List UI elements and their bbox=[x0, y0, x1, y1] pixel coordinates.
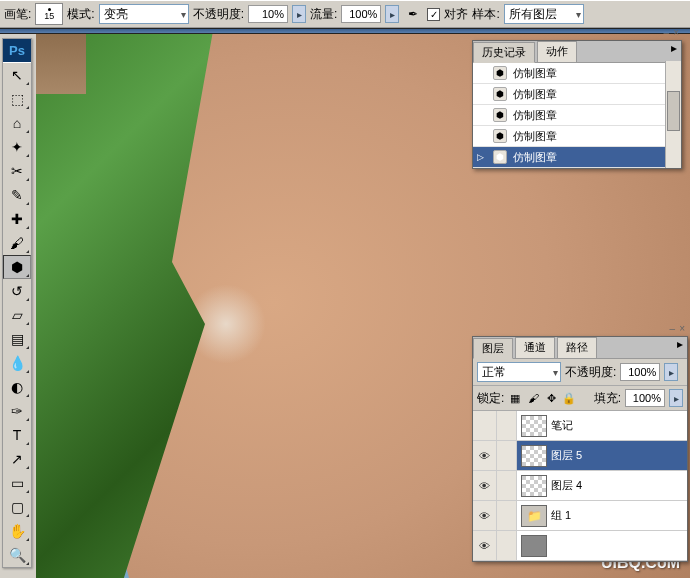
link-column[interactable] bbox=[497, 411, 517, 440]
layer-opacity-input[interactable]: 100% bbox=[620, 363, 660, 381]
brush-tool[interactable]: 🖌 bbox=[3, 231, 31, 255]
crop-tool[interactable]: ✂ bbox=[3, 159, 31, 183]
history-item[interactable]: ⬢仿制图章 bbox=[473, 105, 681, 126]
fill-input[interactable]: 100% bbox=[625, 389, 665, 407]
shape-tool[interactable]: ▭ bbox=[3, 471, 31, 495]
panel-menu-icon[interactable]: ▸ bbox=[667, 41, 681, 62]
panel-menu-icon[interactable]: ▸ bbox=[673, 337, 687, 358]
fill-label: 填充: bbox=[594, 390, 621, 407]
tab-actions[interactable]: 动作 bbox=[537, 41, 577, 62]
layers-lock-row: 锁定: ▦ 🖌 ✥ 🔒 填充: 100% ▸ bbox=[473, 386, 687, 411]
blur-tool[interactable]: 💧 bbox=[3, 351, 31, 375]
tab-layers[interactable]: 图层 bbox=[473, 338, 513, 359]
sample-dropdown[interactable]: 所有图层 bbox=[504, 4, 584, 24]
layer-thumbnail[interactable]: 📁 bbox=[521, 505, 547, 527]
fill-flyout-icon[interactable]: ▸ bbox=[669, 389, 683, 407]
layer-thumbnail[interactable] bbox=[521, 535, 547, 557]
lock-pixels-icon[interactable]: 🖌 bbox=[526, 391, 540, 405]
visibility-toggle[interactable] bbox=[473, 411, 497, 440]
healing-tool[interactable]: ✚ bbox=[3, 207, 31, 231]
history-item[interactable]: ▷⬢仿制图章 bbox=[473, 147, 681, 168]
layer-thumbnail[interactable] bbox=[521, 475, 547, 497]
visibility-eye-icon[interactable] bbox=[479, 450, 490, 462]
lock-transparency-icon[interactable]: ▦ bbox=[508, 391, 522, 405]
pen-tool[interactable]: ✑ bbox=[3, 399, 31, 423]
wand-tool[interactable]: ✦ bbox=[3, 135, 31, 159]
visibility-toggle[interactable] bbox=[473, 441, 497, 470]
blend-mode-dropdown[interactable]: 正常 bbox=[477, 362, 561, 382]
tab-history[interactable]: 历史记录 bbox=[473, 42, 535, 63]
layer-opacity-flyout-icon[interactable]: ▸ bbox=[664, 363, 678, 381]
flow-flyout-icon[interactable]: ▸ bbox=[385, 5, 399, 23]
history-item[interactable]: ⬢仿制图章 bbox=[473, 126, 681, 147]
opacity-flyout-icon[interactable]: ▸ bbox=[292, 5, 306, 23]
brush-preview[interactable]: 15 bbox=[35, 3, 63, 25]
visibility-toggle[interactable] bbox=[473, 501, 497, 530]
layers-panel-tabs: –× 图层 通道 路径 ▸ bbox=[473, 337, 687, 359]
history-item-label: 仿制图章 bbox=[513, 129, 557, 144]
move-tool[interactable]: ↖ bbox=[3, 63, 31, 87]
history-item[interactable]: ⬢仿制图章 bbox=[473, 63, 681, 84]
link-column[interactable] bbox=[497, 531, 517, 560]
zoom-tool[interactable]: 🔍 bbox=[3, 543, 31, 567]
panel-close-icon[interactable]: × bbox=[679, 323, 685, 334]
options-bar: 画笔: 15 模式: 变亮 不透明度: 10% ▸ 流量: 100% ▸ ✒ 对… bbox=[0, 0, 690, 28]
link-column[interactable] bbox=[497, 441, 517, 470]
layer-name[interactable]: 图层 5 bbox=[551, 448, 582, 463]
notes-tool[interactable]: ▢ bbox=[3, 495, 31, 519]
history-brush-tool[interactable]: ↺ bbox=[3, 279, 31, 303]
panel-minimize-icon[interactable]: – bbox=[664, 27, 670, 38]
marquee-tool[interactable]: ⬚ bbox=[3, 87, 31, 111]
dodge-tool[interactable]: ◐ bbox=[3, 375, 31, 399]
visibility-eye-icon[interactable] bbox=[479, 510, 490, 522]
aligned-checkbox[interactable] bbox=[427, 8, 440, 21]
history-list: ⬢仿制图章⬢仿制图章⬢仿制图章⬢仿制图章▷⬢仿制图章 bbox=[473, 63, 681, 168]
flow-input[interactable]: 100% bbox=[341, 5, 381, 23]
visibility-eye-icon[interactable] bbox=[479, 480, 490, 492]
layer-row[interactable]: 图层 5 bbox=[473, 441, 687, 471]
layer-name[interactable]: 笔记 bbox=[551, 418, 573, 433]
tab-channels[interactable]: 通道 bbox=[515, 337, 555, 358]
visibility-eye-icon[interactable] bbox=[479, 540, 490, 552]
history-scrollbar[interactable] bbox=[665, 61, 681, 168]
stamp-icon: ⬢ bbox=[493, 87, 507, 101]
layer-row[interactable] bbox=[473, 531, 687, 561]
mode-dropdown[interactable]: 变亮 bbox=[99, 4, 189, 24]
opacity-input[interactable]: 10% bbox=[248, 5, 288, 23]
sample-label: 样本: bbox=[472, 6, 499, 23]
stamp-icon: ⬢ bbox=[493, 108, 507, 122]
stamp-tool[interactable]: ⬢ bbox=[3, 255, 31, 279]
tab-paths[interactable]: 路径 bbox=[557, 337, 597, 358]
path-tool[interactable]: ↗ bbox=[3, 447, 31, 471]
layer-thumbnail[interactable] bbox=[521, 445, 547, 467]
layers-list: 笔记图层 5图层 4📁组 1 bbox=[473, 411, 687, 561]
panel-minimize-icon[interactable]: – bbox=[670, 323, 676, 334]
layer-name[interactable]: 组 1 bbox=[551, 508, 571, 523]
visibility-toggle[interactable] bbox=[473, 531, 497, 560]
link-column[interactable] bbox=[497, 501, 517, 530]
layer-row[interactable]: 笔记 bbox=[473, 411, 687, 441]
layer-row[interactable]: 📁组 1 bbox=[473, 501, 687, 531]
eraser-tool[interactable]: ▱ bbox=[3, 303, 31, 327]
history-marker-icon: ▷ bbox=[477, 152, 487, 162]
airbrush-icon[interactable]: ✒ bbox=[403, 4, 423, 24]
lock-all-icon[interactable]: 🔒 bbox=[562, 391, 576, 405]
brush-label: 画笔: bbox=[4, 6, 31, 23]
type-tool[interactable]: T bbox=[3, 423, 31, 447]
history-panel-tabs: –× 历史记录 动作 ▸ bbox=[473, 41, 681, 63]
eyedropper-tool[interactable]: ✎ bbox=[3, 183, 31, 207]
hand-tool[interactable]: ✋ bbox=[3, 519, 31, 543]
lasso-tool[interactable]: ⌂ bbox=[3, 111, 31, 135]
stamp-icon: ⬢ bbox=[493, 150, 507, 164]
lock-position-icon[interactable]: ✥ bbox=[544, 391, 558, 405]
history-item-label: 仿制图章 bbox=[513, 108, 557, 123]
panel-close-icon[interactable]: × bbox=[673, 27, 679, 38]
link-column[interactable] bbox=[497, 471, 517, 500]
history-item[interactable]: ⬢仿制图章 bbox=[473, 84, 681, 105]
gradient-tool[interactable]: ▤ bbox=[3, 327, 31, 351]
opacity-label: 不透明度: bbox=[193, 6, 244, 23]
visibility-toggle[interactable] bbox=[473, 471, 497, 500]
layer-row[interactable]: 图层 4 bbox=[473, 471, 687, 501]
layer-thumbnail[interactable] bbox=[521, 415, 547, 437]
layer-name[interactable]: 图层 4 bbox=[551, 478, 582, 493]
